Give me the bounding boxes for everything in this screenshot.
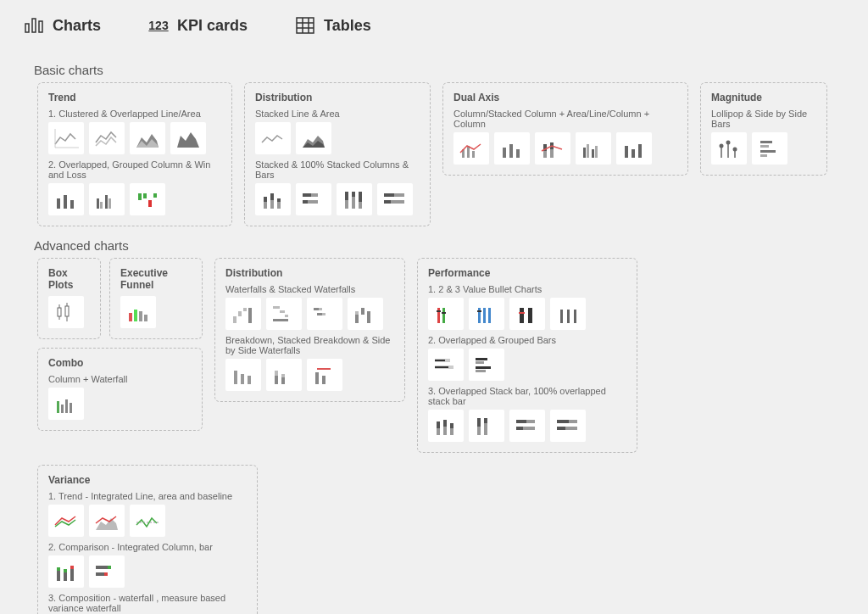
sub-label: 2. Overlapped & Grouped Bars	[428, 335, 626, 345]
tab-kpi[interactable]: 123 KPI cards	[125, 0, 271, 51]
svg-rect-153	[57, 567, 60, 571]
svg-rect-109	[322, 376, 326, 384]
svg-rect-11	[57, 198, 60, 209]
chart-thumb-100-bar[interactable]	[377, 183, 413, 215]
group-title: Distribution	[225, 267, 394, 279]
chart-thumb-bullet4[interactable]	[550, 298, 586, 330]
chart-thumb-100-overlap[interactable]	[469, 410, 504, 442]
chart-thumb-breakdown[interactable]	[225, 359, 261, 391]
chart-thumb-bullet3[interactable]	[509, 298, 545, 330]
chart-thumb-var-line[interactable]	[48, 505, 84, 537]
chart-thumb-line[interactable]	[48, 122, 84, 154]
svg-rect-103	[248, 376, 251, 384]
svg-rect-155	[64, 569, 67, 572]
sub-label: 3. Overlapped Stack bar, 100% overlapped…	[428, 386, 626, 406]
svg-rect-121	[560, 310, 563, 323]
svg-rect-149	[565, 427, 577, 430]
chart-thumb-stacked-waterfall[interactable]	[307, 298, 342, 330]
chart-thumb-waterfall-h[interactable]	[266, 298, 302, 330]
chart-thumb-dualcol2[interactable]	[616, 132, 652, 165]
sub-label: Column/Stacked Column + Area/Line/Column…	[453, 109, 677, 129]
chart-thumb-var-area[interactable]	[89, 505, 125, 537]
svg-rect-132	[437, 421, 440, 428]
chart-thumb-stacked-line[interactable]	[255, 122, 291, 154]
chart-thumb-lollipop[interactable]	[711, 132, 747, 165]
chart-thumb-col-area[interactable]	[453, 132, 489, 165]
chart-thumb-var-baseline[interactable]	[130, 505, 165, 537]
sub-label: 2. Overlapped, Grouped Column & Win and …	[48, 159, 221, 180]
svg-rect-83	[65, 399, 68, 413]
chart-thumb-sidebars[interactable]	[752, 132, 787, 165]
chart-thumb-multiline[interactable]	[89, 122, 125, 154]
chart-thumb-grouped-column[interactable]	[89, 183, 125, 215]
chart-thumb-grouped-bar[interactable]	[469, 349, 504, 381]
chart-thumb-winloss[interactable]	[130, 183, 165, 215]
chart-thumb-var-bar[interactable]	[89, 555, 125, 588]
chart-thumb-overlap-stack[interactable]	[428, 410, 464, 442]
svg-rect-159	[108, 566, 111, 569]
svg-rect-125	[435, 360, 445, 361]
svg-rect-142	[516, 420, 526, 423]
svg-rect-141	[484, 423, 487, 435]
chart-thumb-col-line[interactable]	[494, 132, 530, 165]
chart-thumb-waterfall[interactable]	[225, 298, 261, 330]
svg-rect-143	[526, 420, 535, 423]
svg-rect-1	[32, 19, 36, 32]
svg-rect-57	[595, 146, 598, 158]
svg-rect-32	[303, 200, 308, 204]
svg-rect-24	[264, 197, 267, 202]
chart-thumb-dualcol[interactable]	[576, 132, 611, 165]
svg-rect-56	[592, 149, 594, 158]
svg-rect-70	[760, 154, 767, 157]
chart-thumb-var-col[interactable]	[48, 555, 84, 588]
group-title: Distribution	[255, 92, 420, 103]
svg-rect-26	[270, 193, 274, 200]
svg-rect-136	[450, 423, 453, 428]
chart-thumb-overlap-bar[interactable]	[428, 349, 464, 381]
tab-tables[interactable]: Tables	[271, 0, 395, 51]
chart-thumb-combo[interactable]	[48, 388, 84, 420]
sub-label: Stacked Line & Area	[255, 109, 420, 119]
chart-thumb-stacked-area[interactable]	[296, 122, 331, 154]
group-magnitude: Magnitude Lollipop & Side by Side Bars	[700, 82, 827, 176]
tab-charts[interactable]: Charts	[0, 0, 125, 51]
svg-point-66	[733, 148, 737, 152]
svg-rect-17	[108, 198, 111, 209]
svg-rect-130	[476, 366, 491, 369]
table-icon	[295, 15, 315, 36]
chart-thumb-100-bar2[interactable]	[550, 410, 586, 442]
chart-thumb-stacked-breakdown[interactable]	[266, 359, 302, 391]
svg-rect-115	[483, 308, 486, 323]
svg-rect-156	[70, 569, 74, 581]
svg-marker-10	[177, 132, 199, 148]
svg-rect-67	[760, 141, 772, 143]
group-title: Magnitude	[711, 92, 816, 103]
svg-point-62	[720, 144, 724, 148]
chart-thumb-100-col[interactable]	[337, 183, 372, 215]
chart-thumb-stackcol-line[interactable]	[535, 132, 570, 165]
tab-label: KPI cards	[177, 17, 248, 35]
chart-thumb-side-waterfall[interactable]	[307, 359, 342, 391]
chart-thumb-column[interactable]	[48, 183, 84, 215]
svg-rect-144	[516, 427, 523, 430]
chart-thumb-stacked-bar[interactable]	[296, 183, 331, 215]
svg-rect-15	[100, 202, 103, 209]
svg-rect-138	[477, 418, 481, 427]
tab-bar: Charts 123 KPI cards Tables	[0, 0, 868, 51]
chart-thumb-overlap-bar2[interactable]	[509, 410, 545, 442]
svg-rect-85	[233, 316, 236, 323]
chart-thumb-stacked-col[interactable]	[255, 183, 291, 215]
chart-thumb-funnel[interactable]	[120, 296, 156, 328]
chart-thumb-area2[interactable]	[170, 122, 206, 154]
svg-rect-94	[319, 308, 322, 310]
chart-thumb-stacked-waterfall2[interactable]	[348, 298, 383, 330]
svg-rect-118	[520, 308, 524, 323]
svg-rect-102	[241, 374, 244, 384]
svg-rect-48	[509, 144, 513, 158]
chart-thumb-bullet2[interactable]	[469, 298, 504, 330]
chart-thumb-boxplot[interactable]	[48, 296, 84, 328]
svg-rect-58	[625, 146, 628, 158]
svg-rect-30	[303, 193, 311, 197]
chart-thumb-area[interactable]	[130, 122, 165, 154]
chart-thumb-bullet[interactable]	[428, 298, 464, 330]
